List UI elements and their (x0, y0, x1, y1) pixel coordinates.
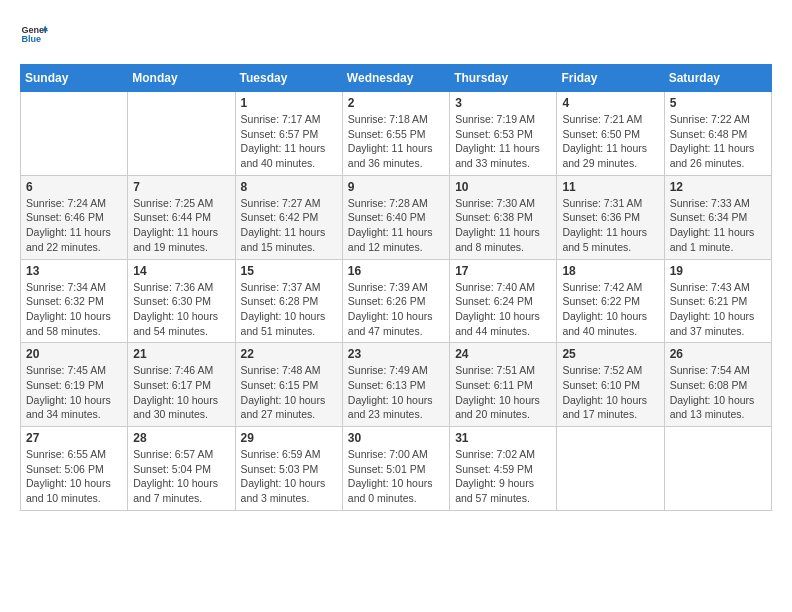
calendar-cell: 14Sunrise: 7:36 AM Sunset: 6:30 PM Dayli… (128, 259, 235, 343)
logo-icon: General Blue (20, 20, 48, 48)
day-detail: Sunrise: 7:36 AM Sunset: 6:30 PM Dayligh… (133, 280, 229, 339)
calendar-cell (21, 92, 128, 176)
calendar-cell: 18Sunrise: 7:42 AM Sunset: 6:22 PM Dayli… (557, 259, 664, 343)
day-number: 3 (455, 96, 551, 110)
calendar-cell: 13Sunrise: 7:34 AM Sunset: 6:32 PM Dayli… (21, 259, 128, 343)
calendar-cell (557, 427, 664, 511)
day-number: 6 (26, 180, 122, 194)
day-detail: Sunrise: 7:46 AM Sunset: 6:17 PM Dayligh… (133, 363, 229, 422)
day-number: 25 (562, 347, 658, 361)
calendar-table: SundayMondayTuesdayWednesdayThursdayFrid… (20, 64, 772, 511)
day-detail: Sunrise: 6:57 AM Sunset: 5:04 PM Dayligh… (133, 447, 229, 506)
calendar-cell: 21Sunrise: 7:46 AM Sunset: 6:17 PM Dayli… (128, 343, 235, 427)
calendar-cell: 7Sunrise: 7:25 AM Sunset: 6:44 PM Daylig… (128, 175, 235, 259)
calendar-cell: 10Sunrise: 7:30 AM Sunset: 6:38 PM Dayli… (450, 175, 557, 259)
day-header-friday: Friday (557, 65, 664, 92)
day-detail: Sunrise: 7:17 AM Sunset: 6:57 PM Dayligh… (241, 112, 337, 171)
logo: General Blue (20, 20, 48, 48)
calendar-cell: 24Sunrise: 7:51 AM Sunset: 6:11 PM Dayli… (450, 343, 557, 427)
calendar-cell: 1Sunrise: 7:17 AM Sunset: 6:57 PM Daylig… (235, 92, 342, 176)
calendar-cell: 3Sunrise: 7:19 AM Sunset: 6:53 PM Daylig… (450, 92, 557, 176)
day-number: 23 (348, 347, 444, 361)
day-detail: Sunrise: 7:24 AM Sunset: 6:46 PM Dayligh… (26, 196, 122, 255)
day-header-wednesday: Wednesday (342, 65, 449, 92)
day-detail: Sunrise: 7:33 AM Sunset: 6:34 PM Dayligh… (670, 196, 766, 255)
calendar-cell: 19Sunrise: 7:43 AM Sunset: 6:21 PM Dayli… (664, 259, 771, 343)
calendar-week-row: 1Sunrise: 7:17 AM Sunset: 6:57 PM Daylig… (21, 92, 772, 176)
day-detail: Sunrise: 7:51 AM Sunset: 6:11 PM Dayligh… (455, 363, 551, 422)
day-header-saturday: Saturday (664, 65, 771, 92)
calendar-cell: 2Sunrise: 7:18 AM Sunset: 6:55 PM Daylig… (342, 92, 449, 176)
day-number: 10 (455, 180, 551, 194)
day-detail: Sunrise: 7:45 AM Sunset: 6:19 PM Dayligh… (26, 363, 122, 422)
calendar-cell: 22Sunrise: 7:48 AM Sunset: 6:15 PM Dayli… (235, 343, 342, 427)
calendar-cell: 4Sunrise: 7:21 AM Sunset: 6:50 PM Daylig… (557, 92, 664, 176)
day-number: 2 (348, 96, 444, 110)
day-number: 13 (26, 264, 122, 278)
calendar-cell: 8Sunrise: 7:27 AM Sunset: 6:42 PM Daylig… (235, 175, 342, 259)
calendar-cell: 27Sunrise: 6:55 AM Sunset: 5:06 PM Dayli… (21, 427, 128, 511)
day-detail: Sunrise: 7:34 AM Sunset: 6:32 PM Dayligh… (26, 280, 122, 339)
day-number: 18 (562, 264, 658, 278)
calendar-week-row: 27Sunrise: 6:55 AM Sunset: 5:06 PM Dayli… (21, 427, 772, 511)
calendar-cell: 23Sunrise: 7:49 AM Sunset: 6:13 PM Dayli… (342, 343, 449, 427)
page-header: General Blue (20, 20, 772, 48)
day-number: 7 (133, 180, 229, 194)
day-number: 24 (455, 347, 551, 361)
day-detail: Sunrise: 7:00 AM Sunset: 5:01 PM Dayligh… (348, 447, 444, 506)
day-detail: Sunrise: 7:42 AM Sunset: 6:22 PM Dayligh… (562, 280, 658, 339)
calendar-cell: 9Sunrise: 7:28 AM Sunset: 6:40 PM Daylig… (342, 175, 449, 259)
day-number: 27 (26, 431, 122, 445)
day-detail: Sunrise: 7:52 AM Sunset: 6:10 PM Dayligh… (562, 363, 658, 422)
day-header-thursday: Thursday (450, 65, 557, 92)
calendar-cell: 6Sunrise: 7:24 AM Sunset: 6:46 PM Daylig… (21, 175, 128, 259)
calendar-header-row: SundayMondayTuesdayWednesdayThursdayFrid… (21, 65, 772, 92)
day-header-tuesday: Tuesday (235, 65, 342, 92)
day-number: 21 (133, 347, 229, 361)
day-number: 9 (348, 180, 444, 194)
day-detail: Sunrise: 7:27 AM Sunset: 6:42 PM Dayligh… (241, 196, 337, 255)
calendar-cell: 12Sunrise: 7:33 AM Sunset: 6:34 PM Dayli… (664, 175, 771, 259)
day-number: 29 (241, 431, 337, 445)
day-detail: Sunrise: 7:30 AM Sunset: 6:38 PM Dayligh… (455, 196, 551, 255)
calendar-cell: 5Sunrise: 7:22 AM Sunset: 6:48 PM Daylig… (664, 92, 771, 176)
calendar-week-row: 13Sunrise: 7:34 AM Sunset: 6:32 PM Dayli… (21, 259, 772, 343)
day-header-monday: Monday (128, 65, 235, 92)
calendar-cell: 15Sunrise: 7:37 AM Sunset: 6:28 PM Dayli… (235, 259, 342, 343)
day-number: 8 (241, 180, 337, 194)
svg-text:Blue: Blue (21, 34, 41, 44)
day-number: 1 (241, 96, 337, 110)
day-detail: Sunrise: 7:49 AM Sunset: 6:13 PM Dayligh… (348, 363, 444, 422)
calendar-cell: 26Sunrise: 7:54 AM Sunset: 6:08 PM Dayli… (664, 343, 771, 427)
calendar-cell: 25Sunrise: 7:52 AM Sunset: 6:10 PM Dayli… (557, 343, 664, 427)
day-detail: Sunrise: 7:48 AM Sunset: 6:15 PM Dayligh… (241, 363, 337, 422)
calendar-cell: 11Sunrise: 7:31 AM Sunset: 6:36 PM Dayli… (557, 175, 664, 259)
day-detail: Sunrise: 6:59 AM Sunset: 5:03 PM Dayligh… (241, 447, 337, 506)
calendar-cell: 29Sunrise: 6:59 AM Sunset: 5:03 PM Dayli… (235, 427, 342, 511)
day-detail: Sunrise: 7:18 AM Sunset: 6:55 PM Dayligh… (348, 112, 444, 171)
day-detail: Sunrise: 7:02 AM Sunset: 4:59 PM Dayligh… (455, 447, 551, 506)
calendar-cell: 28Sunrise: 6:57 AM Sunset: 5:04 PM Dayli… (128, 427, 235, 511)
day-detail: Sunrise: 7:31 AM Sunset: 6:36 PM Dayligh… (562, 196, 658, 255)
calendar-cell: 31Sunrise: 7:02 AM Sunset: 4:59 PM Dayli… (450, 427, 557, 511)
day-detail: Sunrise: 7:40 AM Sunset: 6:24 PM Dayligh… (455, 280, 551, 339)
day-detail: Sunrise: 7:39 AM Sunset: 6:26 PM Dayligh… (348, 280, 444, 339)
day-number: 16 (348, 264, 444, 278)
day-number: 22 (241, 347, 337, 361)
day-number: 17 (455, 264, 551, 278)
day-number: 20 (26, 347, 122, 361)
day-detail: Sunrise: 7:54 AM Sunset: 6:08 PM Dayligh… (670, 363, 766, 422)
day-number: 12 (670, 180, 766, 194)
day-number: 26 (670, 347, 766, 361)
calendar-cell (128, 92, 235, 176)
day-header-sunday: Sunday (21, 65, 128, 92)
day-number: 15 (241, 264, 337, 278)
day-detail: Sunrise: 7:22 AM Sunset: 6:48 PM Dayligh… (670, 112, 766, 171)
calendar-cell: 17Sunrise: 7:40 AM Sunset: 6:24 PM Dayli… (450, 259, 557, 343)
day-number: 31 (455, 431, 551, 445)
day-number: 28 (133, 431, 229, 445)
day-detail: Sunrise: 7:37 AM Sunset: 6:28 PM Dayligh… (241, 280, 337, 339)
day-number: 5 (670, 96, 766, 110)
calendar-week-row: 6Sunrise: 7:24 AM Sunset: 6:46 PM Daylig… (21, 175, 772, 259)
calendar-cell: 20Sunrise: 7:45 AM Sunset: 6:19 PM Dayli… (21, 343, 128, 427)
